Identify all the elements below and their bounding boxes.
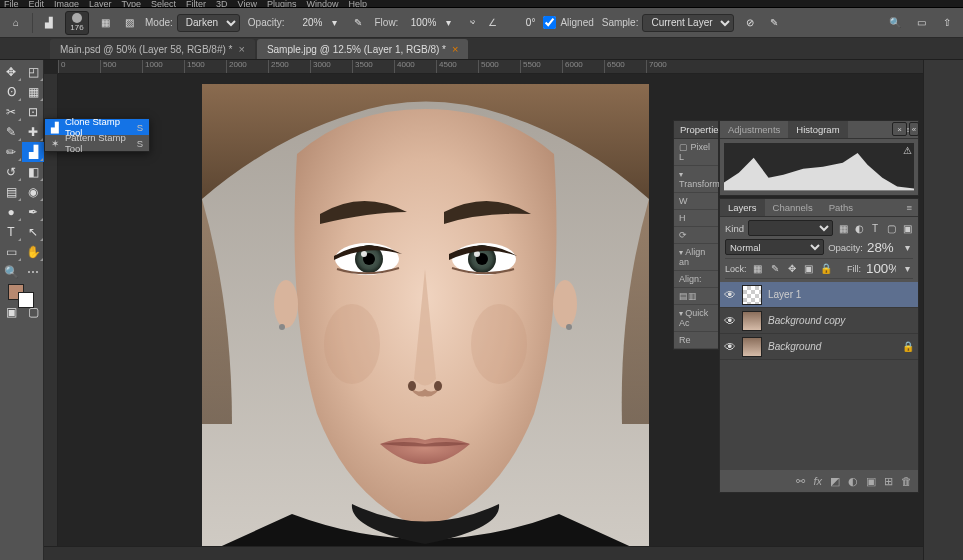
pressure-opacity-icon[interactable]: ✎ bbox=[350, 15, 366, 31]
share-icon[interactable]: ⇧ bbox=[939, 15, 955, 31]
layer-thumbnail[interactable] bbox=[742, 285, 762, 305]
document-canvas[interactable] bbox=[202, 84, 649, 555]
shape-tool[interactable]: ▭ bbox=[0, 242, 22, 262]
document-tab[interactable]: Main.psd @ 50% (Layer 58, RGB/8#) * × bbox=[50, 39, 255, 59]
dropdown-icon[interactable]: ▾ bbox=[440, 15, 456, 31]
layer-name[interactable]: Background copy bbox=[768, 315, 914, 326]
delete-layer-icon[interactable]: 🗑 bbox=[901, 475, 912, 487]
tab-adjustments[interactable]: Adjustments bbox=[720, 121, 788, 138]
flyout-item-pattern-stamp[interactable]: ✶ Pattern Stamp Tool S bbox=[45, 135, 149, 151]
workspace-icon[interactable]: ▭ bbox=[913, 15, 929, 31]
panel-close-icon[interactable]: × bbox=[892, 122, 907, 136]
document-tab[interactable]: Sample.jpg @ 12.5% (Layer 1, RGB/8) * × bbox=[257, 39, 469, 59]
quickmask-toggle[interactable]: ▣ bbox=[0, 302, 22, 322]
aligned-checkbox[interactable] bbox=[543, 16, 556, 29]
brush-settings-icon[interactable]: ▨ bbox=[121, 15, 137, 31]
lock-pixels-icon[interactable]: ✎ bbox=[769, 263, 781, 275]
visibility-icon[interactable]: 👁 bbox=[724, 314, 736, 328]
menu-item[interactable]: Select bbox=[151, 0, 176, 8]
filter-type-icon[interactable]: T bbox=[869, 222, 881, 234]
new-layer-icon[interactable]: ⊞ bbox=[884, 475, 893, 488]
brush-preset-picker[interactable]: 176 bbox=[65, 11, 89, 35]
layer-mask-icon[interactable]: ◩ bbox=[830, 475, 840, 488]
layer-thumbnail[interactable] bbox=[742, 311, 762, 331]
ignore-adjust-icon[interactable]: ⊘ bbox=[742, 15, 758, 31]
zoom-tool[interactable]: 🔍 bbox=[0, 262, 22, 282]
layer-fill-input[interactable] bbox=[866, 261, 896, 276]
sample-select[interactable]: Current Layer bbox=[642, 14, 734, 32]
pressure-size-icon[interactable]: ✎ bbox=[766, 15, 782, 31]
menu-item[interactable]: View bbox=[238, 0, 257, 8]
marquee-tool[interactable]: ◰ bbox=[22, 62, 44, 82]
path-select-tool[interactable]: ↖ bbox=[22, 222, 44, 242]
layer-row[interactable]: 👁 Layer 1 bbox=[720, 282, 918, 308]
quick-action-button[interactable]: Re bbox=[674, 332, 718, 349]
mode-select[interactable]: Darken bbox=[177, 14, 240, 32]
menu-item[interactable]: Layer bbox=[89, 0, 112, 8]
panel-menu-icon[interactable]: ≡ bbox=[900, 199, 918, 216]
layer-name[interactable]: Layer 1 bbox=[768, 289, 914, 300]
layer-name[interactable]: Background bbox=[768, 341, 896, 352]
blend-mode-select[interactable]: Normal bbox=[725, 239, 824, 255]
lock-position-icon[interactable]: ✥ bbox=[786, 263, 798, 275]
brush-panel-icon[interactable]: ▦ bbox=[97, 15, 113, 31]
adjustment-layer-icon[interactable]: ◐ bbox=[848, 475, 858, 488]
search-icon[interactable]: 🔍 bbox=[887, 15, 903, 31]
blur-tool[interactable]: ◉ bbox=[22, 182, 44, 202]
lock-all-icon[interactable]: 🔒 bbox=[820, 263, 832, 275]
stamp-tool-icon[interactable]: ▟ bbox=[41, 15, 57, 31]
warning-icon[interactable]: ⚠ bbox=[903, 145, 912, 156]
crop-tool[interactable]: ✂ bbox=[0, 102, 22, 122]
eraser-tool[interactable]: ◧ bbox=[22, 162, 44, 182]
filter-smart-icon[interactable]: ▣ bbox=[901, 222, 913, 234]
gradient-tool[interactable]: ▤ bbox=[0, 182, 22, 202]
screenmode-toggle[interactable]: ▢ bbox=[22, 302, 44, 322]
lock-transparency-icon[interactable]: ▦ bbox=[752, 263, 764, 275]
dropdown-icon[interactable]: ▾ bbox=[901, 263, 913, 275]
menu-item[interactable]: File bbox=[4, 0, 19, 8]
filter-shape-icon[interactable]: ▢ bbox=[885, 222, 897, 234]
eyedropper-tool[interactable]: ✎ bbox=[0, 122, 22, 142]
filter-adjust-icon[interactable]: ◐ bbox=[853, 222, 865, 234]
menu-item[interactable]: 3D bbox=[216, 0, 228, 8]
opacity-input[interactable] bbox=[288, 17, 322, 28]
dropdown-icon[interactable]: ▾ bbox=[901, 241, 913, 253]
pen-tool[interactable]: ✒ bbox=[22, 202, 44, 222]
healing-tool[interactable]: ✚ bbox=[22, 122, 44, 142]
close-icon[interactable]: × bbox=[452, 43, 458, 55]
flow-input[interactable] bbox=[402, 17, 436, 28]
menu-item[interactable]: Window bbox=[307, 0, 339, 8]
dropdown-icon[interactable]: ▾ bbox=[326, 15, 342, 31]
dodge-tool[interactable]: ● bbox=[0, 202, 22, 222]
home-icon[interactable]: ⌂ bbox=[8, 15, 24, 31]
close-icon[interactable]: × bbox=[238, 43, 244, 55]
filter-kind-select[interactable] bbox=[748, 220, 833, 236]
align-icons[interactable]: ▤▥ bbox=[674, 288, 718, 305]
panel-collapse-icon[interactable]: « bbox=[909, 122, 919, 136]
layer-opacity-input[interactable] bbox=[867, 240, 897, 255]
properties-tab[interactable]: Properties bbox=[674, 121, 718, 139]
tab-layers[interactable]: Layers bbox=[720, 199, 765, 216]
layer-fx-icon[interactable]: fx bbox=[813, 475, 822, 487]
tab-histogram[interactable]: Histogram bbox=[788, 121, 847, 138]
frame-tool[interactable]: ⊡ bbox=[22, 102, 44, 122]
selection-tool[interactable]: ▦ bbox=[22, 82, 44, 102]
transform-section[interactable]: Transform bbox=[674, 166, 718, 193]
filter-pixel-icon[interactable]: ▦ bbox=[837, 222, 849, 234]
menu-item[interactable]: Image bbox=[54, 0, 79, 8]
layer-row[interactable]: 👁 Background 🔒 bbox=[720, 334, 918, 360]
visibility-icon[interactable]: 👁 bbox=[724, 340, 736, 354]
menu-item[interactable]: Plugins bbox=[267, 0, 297, 8]
menu-item[interactable]: Edit bbox=[29, 0, 45, 8]
history-brush-tool[interactable]: ↺ bbox=[0, 162, 22, 182]
brush-tool[interactable]: ✏ bbox=[0, 142, 22, 162]
angle-input[interactable] bbox=[501, 17, 535, 28]
group-icon[interactable]: ▣ bbox=[866, 475, 876, 488]
menu-item[interactable]: Type bbox=[122, 0, 142, 8]
lock-artboard-icon[interactable]: ▣ bbox=[803, 263, 815, 275]
menu-item[interactable]: Filter bbox=[186, 0, 206, 8]
link-layers-icon[interactable]: ⚯ bbox=[796, 475, 805, 488]
airbrush-icon[interactable]: ༄ bbox=[464, 15, 480, 31]
move-tool[interactable]: ✥ bbox=[0, 62, 22, 82]
tab-channels[interactable]: Channels bbox=[765, 199, 821, 216]
